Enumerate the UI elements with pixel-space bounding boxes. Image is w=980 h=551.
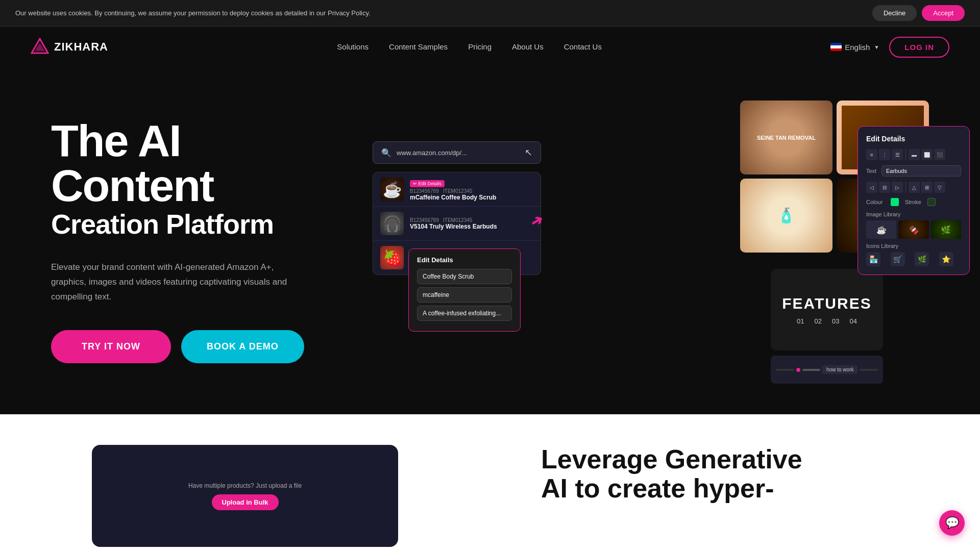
product-name: mCaffeine Coffee Body Scrub [410,194,533,201]
cookie-text: Our website uses cookies. By continuing,… [15,9,872,17]
product-image-skincare: 🧴 [740,179,832,253]
edit-field-2[interactable] [417,287,512,303]
stroke-label: Stroke [905,199,921,205]
icons-grid: 🏪 🛒 🌿 ⭐ [866,252,961,266]
colour-swatch[interactable] [891,198,899,206]
timeline-strip: how to work [771,356,883,384]
nav-links: Solutions Content Samples Pricing About … [337,42,602,52]
hero-description: Elevate your brand content with AI-gener… [51,260,296,305]
features-numbers: 01 02 03 04 [797,317,857,325]
bottom-mockup: Have multiple products? Just upload a fi… [92,445,398,547]
align-center-btn[interactable]: ⊟ [879,182,890,193]
mockup-hint: Have multiple products? Just upload a fi… [188,482,302,489]
bottom-title-line1: Leverage Generative [541,444,802,474]
icon-4[interactable]: ⭐ [939,252,953,266]
edit-badge: ✏ Edit Details [410,180,445,187]
align-bottom-btn[interactable]: ▽ [934,182,945,193]
url-bar[interactable]: 🔍 www.amazon.com/dp/... ↖ [373,141,541,164]
hero-section: The AI Content Creation Platform Elevate… [0,67,980,414]
toolbar-btn-1[interactable]: ≡ [866,149,877,160]
search-icon: 🔍 [381,148,391,158]
colour-label: Colour [866,199,887,205]
accept-button[interactable]: Accept [922,5,965,21]
nav-right: English ▼ LOG IN [830,37,949,58]
nav-about-us[interactable]: About Us [512,42,544,51]
img-thumb-2[interactable]: 🍫 [898,220,928,239]
bottom-left: Have multiple products? Just upload a fi… [0,414,490,551]
align-middle-btn[interactable]: ⊞ [921,182,933,193]
edit-popup-title: Edit Details [417,256,512,264]
bottom-right: Leverage Generative AI to create hyper- [490,414,980,551]
align-right-btn[interactable]: ▷ [892,182,903,193]
hero-left: The AI Content Creation Platform Elevate… [51,118,332,363]
logo-icon [31,38,49,56]
colour-row: Colour Stroke [866,198,961,206]
product-info: B123456789 ITEM012345 V5104 Truly Wirele… [410,217,533,230]
product-name: V5104 Truly Wireless Earbuds [410,223,533,230]
alignment-toolbar: ◁ ⊟ ▷ △ ⊞ ▽ [866,182,961,193]
text-label: Text [866,168,877,174]
stroke-swatch[interactable] [927,198,936,206]
ui-mockup: 🔍 www.amazon.com/dp/... ↖ ☕ ✏ Edit Detai… [373,101,929,381]
language-selector[interactable]: English ▼ [830,43,879,52]
edit-panel-right: Edit Details ≡ ⋮ ☰ ▬ ⬜ ⬛ Text [857,126,970,275]
toolbar-btn-3[interactable]: ☰ [892,149,903,160]
features-title: FEATURES [782,295,871,312]
align-top-btn[interactable]: △ [909,182,920,193]
product-id: B123456789 ITEM012345 [410,217,533,223]
toolbar-btn-2[interactable]: ⋮ [879,149,890,160]
edit-field-1[interactable] [417,269,512,284]
img-thumb-3[interactable]: 🌿 [931,220,961,239]
panel-text-row: Text [866,165,961,177]
icon-1[interactable]: 🏪 [866,252,880,266]
try-it-now-button[interactable]: TRY IT NOW [51,330,171,363]
toolbar-divider-2 [905,182,906,193]
language-label: English [845,43,870,52]
img-thumb-1[interactable]: ☕ [866,220,896,239]
hero-title-line1: The AI Content [51,118,332,208]
toolbar-btn-4[interactable]: ▬ [909,149,920,160]
align-left-btn[interactable]: ◁ [866,182,877,193]
flag-icon [830,43,842,51]
product-thumbnail: ☕ [380,178,404,201]
product-thumbnail: 🍓 [380,246,404,269]
toolbar-btn-5[interactable]: ⬜ [921,149,933,160]
logo[interactable]: ZIKHARA [31,38,108,56]
login-button[interactable]: LOG IN [889,37,949,58]
edit-details-popup: Edit Details [408,248,521,332]
book-demo-button[interactable]: BOOK A DEMO [181,330,304,363]
text-input[interactable] [881,165,961,177]
nav-content-samples[interactable]: Content Samples [389,42,448,51]
hero-buttons: TRY IT NOW BOOK A DEMO [51,330,332,363]
hero-title-line2: Creation Platform [51,208,332,240]
edit-field-3[interactable] [417,306,512,321]
product-info: ✏ Edit Details B123456789 ITEM012345 mCa… [410,178,533,201]
cookie-bar: Our website uses cookies. By continuing,… [0,0,980,27]
product-thumbnail: 🎧 [380,212,404,235]
url-bar-text: www.amazon.com/dp/... [397,149,467,157]
list-item[interactable]: 🎧 B123456789 ITEM012345 V5104 Truly Wire… [373,207,541,241]
upload-bulk-button[interactable]: Upload in Bulk [212,494,279,510]
icon-2[interactable]: 🛒 [891,252,905,266]
icons-library-label: Icons Library [866,243,961,249]
list-item[interactable]: ☕ ✏ Edit Details B123456789 ITEM012345 m… [373,172,541,207]
nav-pricing[interactable]: Pricing [468,42,492,51]
bottom-title-line2: AI to create hyper- [541,473,774,503]
hero-right: 🔍 www.amazon.com/dp/... ↖ ☕ ✏ Edit Detai… [373,101,929,381]
image-library-label: Image Library [866,211,961,217]
navbar: ZIKHARA Solutions Content Samples Pricin… [0,27,980,67]
nav-solutions[interactable]: Solutions [337,42,369,51]
nav-contact-us[interactable]: Contact Us [564,42,602,51]
toolbar: ≡ ⋮ ☰ ▬ ⬜ ⬛ [866,149,961,160]
logo-text: ZIKHARA [54,40,108,54]
toolbar-btn-6[interactable]: ⬛ [934,149,945,160]
decline-button[interactable]: Decline [872,5,917,21]
chat-bubble[interactable]: 💬 [939,510,965,536]
product-id: B123456789 ITEM012345 [410,188,533,194]
chat-icon: 💬 [945,516,959,530]
icon-3[interactable]: 🌿 [915,252,929,266]
image-library-grid: ☕ 🍫 🌿 [866,220,961,239]
product-image-selfttan: SEINE TAN REMOVAL [740,101,832,174]
cursor-icon: ↖ [525,147,532,158]
bottom-section: Have multiple products? Just upload a fi… [0,414,980,551]
